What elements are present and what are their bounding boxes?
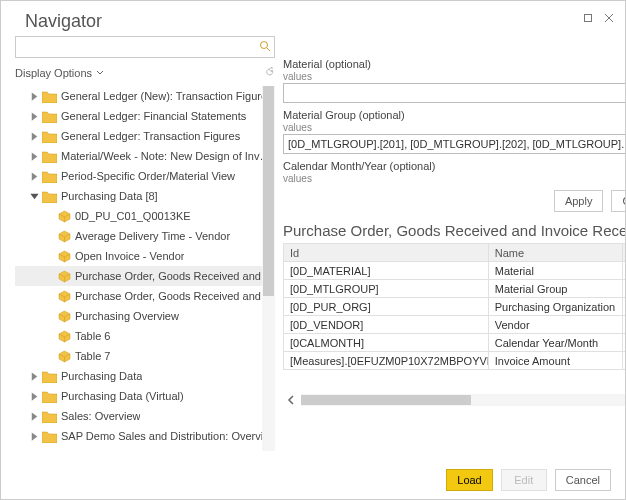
folder-icon — [42, 150, 57, 163]
window-title: Navigator — [25, 11, 102, 32]
scroll-left-icon[interactable] — [283, 392, 299, 408]
tree-item[interactable]: Open Invoice - Vendor — [15, 246, 275, 266]
folder-icon — [42, 370, 57, 383]
clear-button[interactable]: Clear — [611, 190, 626, 212]
tree-label: Open Invoice - Vendor — [75, 250, 184, 262]
load-button[interactable]: Load — [446, 469, 492, 491]
param-material-input[interactable] — [283, 83, 626, 103]
col-name[interactable]: Name — [488, 244, 622, 262]
cube-icon — [58, 270, 71, 283]
tree-label: Sales: Overview — [61, 410, 140, 422]
expand-icon[interactable] — [29, 431, 40, 442]
cell-id: [Measures].[0EFUZM0P10X72MBPOYVBYISWV — [284, 352, 489, 370]
tree-item[interactable]: Average Delivery Time - Vendor — [15, 226, 275, 246]
tree-folder[interactable]: Material/Week - Note: New Design of Inve… — [15, 146, 275, 166]
table-row[interactable]: [0D_PUR_ORG]Purchasing Organization — [284, 298, 627, 316]
table-row[interactable]: [0CALMONTH]Calendar Year/Month — [284, 334, 627, 352]
tree-folder[interactable]: General Ledger: Financial Statements — [15, 106, 275, 126]
tree-item[interactable]: Purchase Order, Goods Received and Invoi… — [15, 286, 275, 306]
table-row[interactable]: [0D_MATERIAL]Material — [284, 262, 627, 280]
collapse-icon[interactable] — [29, 191, 40, 202]
cell-description — [622, 298, 626, 316]
param-materialgroup-sub: values — [283, 122, 626, 133]
cell-name: Material Group — [488, 280, 622, 298]
tree-label: Purchasing Data (Virtual) — [61, 390, 184, 402]
expand-icon[interactable] — [29, 151, 40, 162]
edit-button[interactable]: Edit — [501, 469, 547, 491]
tree-label: SAP Demo Sales and Distribution: Overvie… — [61, 430, 275, 442]
cell-description — [622, 352, 626, 370]
tree-label: Purchase Order, Goods Received and Invoi… — [75, 290, 275, 302]
cube-icon — [58, 350, 71, 363]
folder-icon — [42, 430, 57, 443]
tree-label: Purchasing Overview — [75, 310, 179, 322]
cube-icon — [58, 330, 71, 343]
col-id[interactable]: Id — [284, 244, 489, 262]
restore-icon[interactable] — [581, 11, 594, 24]
tree-label: General Ledger: Transaction Figures — [61, 130, 240, 142]
cell-name: Purchasing Organization — [488, 298, 622, 316]
tree-label: Purchasing Data [8] — [61, 190, 158, 202]
apply-button[interactable]: Apply — [554, 190, 604, 212]
folder-icon — [42, 190, 57, 203]
param-materialgroup-input[interactable] — [283, 134, 626, 154]
cancel-button[interactable]: Cancel — [555, 469, 611, 491]
show-dropdown[interactable]: Show — [283, 36, 626, 54]
tree-spacer — [45, 251, 56, 262]
expand-icon[interactable] — [29, 131, 40, 142]
cell-description — [622, 334, 626, 352]
tree-folder[interactable]: Purchasing Data [8] — [15, 186, 275, 206]
expand-icon[interactable] — [29, 391, 40, 402]
expand-icon[interactable] — [29, 451, 40, 452]
cell-name: Vendor — [488, 316, 622, 334]
search-icon[interactable] — [259, 40, 271, 54]
tree-folder[interactable]: General Ledger: Transaction Figures — [15, 126, 275, 146]
tree-item[interactable]: Table 7 — [15, 346, 275, 366]
col-description[interactable]: Description — [622, 244, 626, 262]
folder-icon — [42, 90, 57, 103]
table-row[interactable]: [0D_MTLGROUP]Material Group — [284, 280, 627, 298]
tree-spacer — [45, 291, 56, 302]
navigator-tree[interactable]: General Ledger (New): Transaction Figure… — [15, 86, 275, 451]
close-icon[interactable] — [602, 11, 615, 24]
param-material-label: Material (optional) — [283, 58, 626, 70]
preview-title: Purchase Order, Goods Received and Invoi… — [283, 222, 626, 239]
cell-name: Material — [488, 262, 622, 280]
table-row[interactable]: [Measures].[0EFUZM0P10X72MBPOYVBYISWVInv… — [284, 352, 627, 370]
tree-item[interactable]: Table 6 — [15, 326, 275, 346]
tree-spacer — [45, 231, 56, 242]
expand-icon[interactable] — [29, 111, 40, 122]
cube-icon — [58, 310, 71, 323]
cell-id: [0D_MATERIAL] — [284, 262, 489, 280]
cell-id: [0D_PUR_ORG] — [284, 298, 489, 316]
tree-label: SAP DemoCube — [61, 450, 142, 451]
tree-label: Average Delivery Time - Vendor — [75, 230, 230, 242]
expand-icon[interactable] — [29, 171, 40, 182]
preview-hscrollbar[interactable] — [283, 392, 626, 408]
tree-item[interactable]: 0D_PU_C01_Q0013KE — [15, 206, 275, 226]
cell-description — [622, 262, 626, 280]
tree-spacer — [45, 211, 56, 222]
tree-label: Period-Specific Order/Material View — [61, 170, 235, 182]
folder-icon — [42, 110, 57, 123]
tree-folder[interactable]: Purchasing Data — [15, 366, 275, 386]
tree-folder[interactable]: Period-Specific Order/Material View — [15, 166, 275, 186]
expand-icon[interactable] — [29, 411, 40, 422]
tree-item[interactable]: Purchase Order, Goods Received and Invoi… — [15, 266, 275, 286]
expand-icon[interactable] — [29, 91, 40, 102]
display-options-dropdown[interactable]: Display Options — [15, 62, 275, 86]
cell-id: [0CALMONTH] — [284, 334, 489, 352]
tree-folder[interactable]: Sales: Overview — [15, 406, 275, 426]
expand-icon[interactable] — [29, 371, 40, 382]
tree-folder[interactable]: SAP Demo Sales and Distribution: Overvie… — [15, 426, 275, 446]
refresh-icon[interactable] — [263, 66, 275, 80]
tree-folder[interactable]: SAP DemoCube — [15, 446, 275, 451]
table-row[interactable]: [0D_VENDOR]Vendor — [284, 316, 627, 334]
search-input[interactable] — [15, 36, 275, 58]
tree-spacer — [45, 331, 56, 342]
tree-scrollbar[interactable] — [262, 86, 275, 451]
tree-folder[interactable]: General Ledger (New): Transaction Figure… — [15, 86, 275, 106]
tree-item[interactable]: Purchasing Overview — [15, 306, 275, 326]
folder-icon — [42, 390, 57, 403]
tree-folder[interactable]: Purchasing Data (Virtual) — [15, 386, 275, 406]
